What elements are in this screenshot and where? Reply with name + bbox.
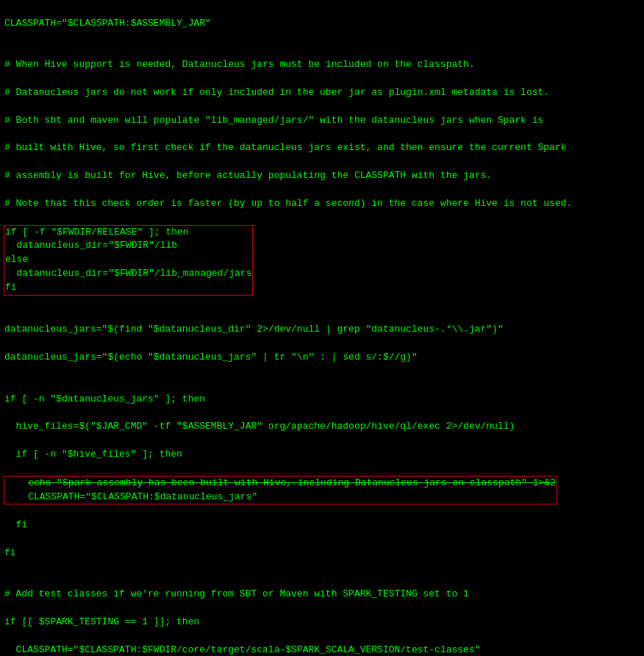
code-line: datanucleus_jars="$(find "$datanucleus_d… <box>4 323 640 337</box>
code-line: hive_files=$("$JAR_CMD" -tf "$ASSEMBLY_J… <box>4 420 640 434</box>
code-line: if [ -n "$hive_files" ]; then <box>4 448 640 462</box>
code-editor: CLASSPATH="$CLASSPATH:$ASSEMBLY_JAR" # W… <box>0 0 644 656</box>
code-line: # Note that this check order is faster (… <box>4 197 640 211</box>
code-line: # assembly is built for Hive, before act… <box>4 169 640 183</box>
code-line: if [[ $SPARK_TESTING == 1 ]]; then <box>4 616 640 630</box>
code-line-highlighted-1: if [ -f "$FWDIR/RELEASE" ]; then datanuc… <box>4 225 640 296</box>
code-line: # Datanucleus jars do not work if only i… <box>4 86 640 100</box>
code-line: # Both sbt and maven will populate "lib_… <box>4 114 640 128</box>
code-line: CLASSPATH="$CLASSPATH:$FWDIR/core/target… <box>4 643 640 656</box>
code-line: fi <box>4 546 640 560</box>
code-line: # Add test classes if we're running from… <box>4 588 640 602</box>
code-line-highlighted-2: echo "Spark assembly has been built with… <box>4 476 640 505</box>
code-line: CLASSPATH="$CLASSPATH:$ASSEMBLY_JAR" <box>4 17 640 31</box>
code-line: if [ -n "$datanucleus_jars" ]; then <box>4 393 640 407</box>
code-line: datanucleus_jars="$(echo "$datanucleus_j… <box>4 351 640 365</box>
code-line: fi <box>4 518 640 532</box>
code-line: # When Hive support is needed, Datanucle… <box>4 58 640 72</box>
code-line: # built with Hive, so first check if the… <box>4 141 640 155</box>
